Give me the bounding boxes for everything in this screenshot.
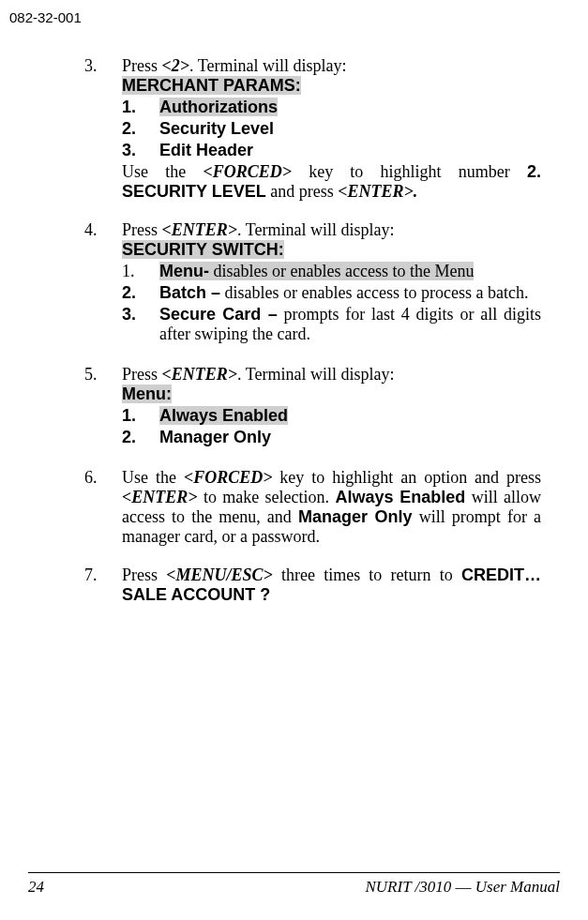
text: to make selection. [198, 488, 336, 506]
step-number: 7. [84, 566, 122, 605]
text: . Terminal will display: [237, 220, 394, 239]
display-header: SECURITY SWITCH: [122, 240, 284, 259]
key-forced: <FORCED> [203, 162, 292, 181]
step-body: Press <ENTER>. Terminal will display: SE… [122, 220, 541, 346]
sublist-number: 2. [122, 283, 159, 303]
label: Security Level [159, 119, 274, 138]
sublist-item: 1. Always Enabled [122, 406, 541, 426]
label: Batch – [159, 283, 220, 302]
sublist-item: 1. Menu- disables or enables access to t… [122, 262, 541, 281]
sublist-text: Security Level [159, 119, 541, 139]
text: Press [122, 56, 162, 75]
step-number: 3. [84, 56, 122, 202]
step-3: 3. Press <2>. Terminal will display: MER… [84, 56, 541, 202]
label: Edit Header [159, 141, 253, 159]
text: and press [266, 182, 338, 201]
display-header: Menu: [122, 385, 172, 403]
sublist: 1. Authorizations 2. Security Level 3. E… [122, 98, 541, 160]
text: key to highlight an option and press [272, 468, 541, 487]
label: Menu- [159, 262, 209, 280]
dash: — [451, 878, 475, 896]
text: key to highlight number [292, 162, 527, 181]
sublist-item: 2. Manager Only [122, 428, 541, 447]
footer-divider [28, 872, 560, 873]
step-body: Press <ENTER>. Terminal will display: Me… [122, 365, 541, 449]
desc: disables or enables access to the Menu [209, 262, 474, 280]
key-enter: <ENTER> [162, 365, 238, 384]
label: Always Enabled [159, 406, 288, 425]
desc: disables or enables access to process a … [220, 283, 528, 302]
step-4: 4. Press <ENTER>. Terminal will display:… [84, 220, 541, 346]
sublist-text: Manager Only [159, 428, 541, 447]
text: Press [122, 566, 166, 584]
sublist-text: Always Enabled [159, 406, 541, 426]
doc-type: User Manual [475, 878, 560, 896]
label: Manager Only [159, 428, 271, 446]
key-menu-esc: <MENU/ESC> [166, 566, 273, 584]
sublist-item: 2. Security Level [122, 119, 541, 139]
step-number: 4. [84, 220, 122, 346]
sublist-text: Secure Card – prompts for last 4 digits … [159, 305, 541, 344]
text: Use the [122, 162, 203, 181]
key-forced: <FORCED> [184, 468, 273, 487]
sublist-text: Authorizations [159, 98, 541, 117]
step-body: Press <MENU/ESC> three times to return t… [122, 566, 541, 605]
sublist-number: 3. [122, 305, 159, 344]
step-5: 5. Press <ENTER>. Terminal will display:… [84, 365, 541, 449]
text: three times to return to [273, 566, 461, 584]
step-body: Press <2>. Terminal will display: MERCHA… [122, 56, 541, 202]
sublist-item: 1. Authorizations [122, 98, 541, 117]
text: . Terminal will display: [237, 365, 394, 384]
page-footer: 24 NURIT /3010 — User Manual [28, 878, 560, 897]
sublist-item: 2. Batch – disables or enables access to… [122, 283, 541, 303]
sublist-number: 3. [122, 141, 159, 160]
text: Press [122, 220, 162, 239]
sublist: 1. Always Enabled 2. Manager Only [122, 406, 541, 447]
sublist-number: 2. [122, 428, 159, 447]
product-name: NURIT /3010 [366, 878, 452, 896]
sublist-text: Menu- disables or enables access to the … [159, 262, 541, 281]
key-enter: <ENTER> [162, 220, 238, 239]
step-number: 5. [84, 365, 122, 449]
text: . Terminal will display: [189, 56, 346, 75]
page-content: 3. Press <2>. Terminal will display: MER… [84, 56, 541, 605]
option-always-enabled: Always Enabled [335, 488, 465, 506]
sublist-item: 3. Secure Card – prompts for last 4 digi… [122, 305, 541, 344]
sublist-number: 1. [122, 406, 159, 426]
step-body: Use the <FORCED> key to highlight an opt… [122, 468, 541, 547]
footer-right: NURIT /3010 — User Manual [366, 878, 561, 897]
text: Use the [122, 468, 184, 487]
sublist: 1. Menu- disables or enables access to t… [122, 262, 541, 344]
key-enter: <ENTER>. [338, 182, 417, 201]
page-number: 24 [28, 878, 44, 897]
sublist-text: Batch – disables or enables access to pr… [159, 283, 541, 303]
step-7: 7. Press <MENU/ESC> three times to retur… [84, 566, 541, 605]
document-id: 082-32-001 [9, 9, 82, 25]
display-header: MERCHANT PARAMS: [122, 76, 301, 95]
option-manager-only: Manager Only [298, 507, 413, 526]
step-number: 6. [84, 468, 122, 547]
sublist-text: Edit Header [159, 141, 541, 160]
label: Authorizations [159, 98, 278, 116]
text: Press [122, 365, 162, 384]
step-6: 6. Use the <FORCED> key to highlight an … [84, 468, 541, 547]
sublist-number: 2. [122, 119, 159, 139]
key-2: <2> [162, 56, 190, 75]
key-enter: <ENTER> [122, 488, 198, 506]
label: Secure Card – [159, 305, 278, 324]
sublist-number: 1. [122, 98, 159, 117]
sublist-item: 3. Edit Header [122, 141, 541, 160]
sublist-number: 1. [122, 262, 159, 281]
